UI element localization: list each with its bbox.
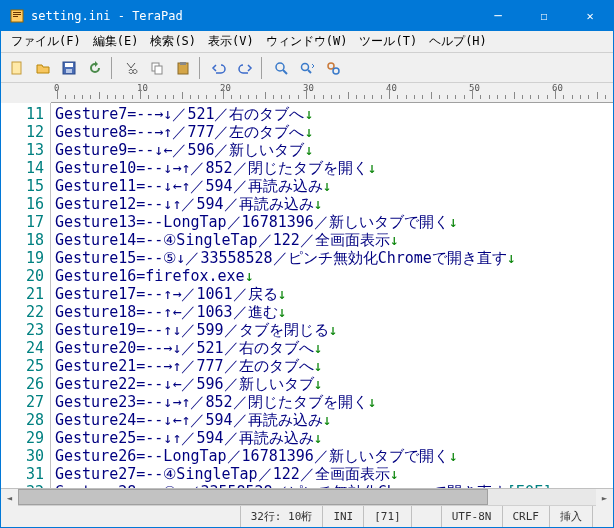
text-line[interactable]: Gesture22=--↓←／596／新しいタブ↓ xyxy=(55,375,609,393)
ruler-label: 30 xyxy=(303,83,314,93)
horizontal-scrollbar[interactable]: ◄ ► xyxy=(1,488,613,505)
menu-tool[interactable]: ツール(T) xyxy=(353,31,423,52)
menu-bar: ファイル(F) 編集(E) 検索(S) 表示(V) ウィンドウ(W) ツール(T… xyxy=(1,31,613,53)
eol-marker: ↓ xyxy=(305,105,314,123)
text-line[interactable]: Gesture11=--↓←↑／594／再読み込み↓ xyxy=(55,177,609,195)
menu-search[interactable]: 検索(S) xyxy=(144,31,202,52)
svg-point-14 xyxy=(302,63,309,70)
text-content[interactable]: Gesture7=--→↓／521／右のタブへ↓Gesture8=--→↑／77… xyxy=(51,103,613,488)
eol-marker: ↓ xyxy=(323,177,332,195)
line-number: 23 xyxy=(1,321,44,339)
eol-marker: ↓ xyxy=(507,249,516,267)
text-line[interactable]: Gesture7=--→↓／521／右のタブへ↓ xyxy=(55,105,609,123)
line-number: 14 xyxy=(1,159,44,177)
status-bar: 32行: 10桁 INI [71] UTF-8N CRLF 挿入 xyxy=(1,505,613,527)
svg-point-17 xyxy=(333,68,339,74)
status-grip[interactable] xyxy=(592,506,613,527)
app-window: setting.ini - TeraPad ─ ☐ ✕ ファイル(F) 編集(E… xyxy=(0,0,614,528)
toolbar-separator xyxy=(111,57,115,79)
text-line[interactable]: Gesture20=--→↓／521／右のタブへ↓ xyxy=(55,339,609,357)
text-line[interactable]: Gesture19=--↑↓／599／タブを閉じる↓ xyxy=(55,321,609,339)
text-line[interactable]: Gesture9=--↓←／596／新しいタブ↓ xyxy=(55,141,609,159)
text-line[interactable]: Gesture26=--LongTap／16781396／新しいタブで開く↓ xyxy=(55,447,609,465)
svg-rect-4 xyxy=(12,62,21,74)
open-file-button[interactable] xyxy=(31,56,55,80)
undo-button[interactable] xyxy=(207,56,231,80)
text-line[interactable]: Gesture24=--↓←↑／594／再読み込み↓ xyxy=(55,411,609,429)
svg-rect-6 xyxy=(65,63,73,67)
new-file-button[interactable] xyxy=(5,56,29,80)
minimize-button[interactable]: ─ xyxy=(475,1,521,31)
text-line[interactable]: Gesture15=--⑤↓／33558528／ピンチ無効化Chromeで開き直… xyxy=(55,249,609,267)
title-bar[interactable]: setting.ini - TeraPad ─ ☐ ✕ xyxy=(1,1,613,31)
text-line[interactable]: Gesture25=--↓↑／594／再読み込み↓ xyxy=(55,429,609,447)
find-next-button[interactable] xyxy=(295,56,319,80)
svg-rect-1 xyxy=(13,12,21,13)
editor-area: 1112131415161718192021222324252627282930… xyxy=(1,103,613,488)
redo-button[interactable] xyxy=(233,56,257,80)
copy-button[interactable] xyxy=(145,56,169,80)
text-line[interactable]: Gesture27=--④SingleTap／122／全画面表示↓ xyxy=(55,465,609,483)
svg-rect-7 xyxy=(66,69,72,73)
svg-rect-9 xyxy=(155,66,162,74)
eol-marker: ↓ xyxy=(245,267,254,285)
menu-file[interactable]: ファイル(F) xyxy=(5,31,87,52)
line-number: 30 xyxy=(1,447,44,465)
status-blank xyxy=(411,506,441,527)
paste-button[interactable] xyxy=(171,56,195,80)
ruler-label: 10 xyxy=(137,83,148,93)
eol-marker: ↓ xyxy=(449,213,458,231)
menu-help[interactable]: ヘルプ(H) xyxy=(423,31,493,52)
scroll-left-arrow[interactable]: ◄ xyxy=(1,489,18,506)
window-title: setting.ini - TeraPad xyxy=(31,9,475,23)
line-number: 24 xyxy=(1,339,44,357)
text-line[interactable]: Gesture8=--→↑／777／左のタブへ↓ xyxy=(55,123,609,141)
toolbar-separator xyxy=(199,57,203,79)
line-number: 31 xyxy=(1,465,44,483)
menu-edit[interactable]: 編集(E) xyxy=(87,31,145,52)
eol-marker: ↓ xyxy=(278,303,287,321)
line-number: 17 xyxy=(1,213,44,231)
menu-window[interactable]: ウィンドウ(W) xyxy=(260,31,354,52)
save-button[interactable] xyxy=(57,56,81,80)
line-number: 22 xyxy=(1,303,44,321)
text-line[interactable]: Gesture16=firefox.exe↓ xyxy=(55,267,609,285)
svg-rect-2 xyxy=(13,14,21,15)
close-button[interactable]: ✕ xyxy=(567,1,613,31)
eol-marker: ↓ xyxy=(314,375,323,393)
eol-marker: ↓ xyxy=(305,123,314,141)
scroll-right-arrow[interactable]: ► xyxy=(596,489,613,506)
line-number: 12 xyxy=(1,123,44,141)
reload-button[interactable] xyxy=(83,56,107,80)
eol-marker: ↓ xyxy=(314,195,323,213)
status-position: 32行: 10桁 xyxy=(240,506,323,527)
replace-button[interactable] xyxy=(321,56,345,80)
find-button[interactable] xyxy=(269,56,293,80)
toolbar xyxy=(1,53,613,83)
text-line[interactable]: Gesture18=--↑←／1063／進む↓ xyxy=(55,303,609,321)
text-line[interactable]: Gesture23=--↓→↑／852／閉じたタブを開く↓ xyxy=(55,393,609,411)
text-line[interactable]: Gesture14=--④SingleTap／122／全画面表示↓ xyxy=(55,231,609,249)
text-line[interactable]: Gesture21=--→↑／777／左のタブへ↓ xyxy=(55,357,609,375)
cut-button[interactable] xyxy=(119,56,143,80)
ruler-label: 40 xyxy=(386,83,397,93)
text-line[interactable]: Gesture12=--↓↑／594／再読み込み↓ xyxy=(55,195,609,213)
line-number: 18 xyxy=(1,231,44,249)
line-number: 21 xyxy=(1,285,44,303)
eol-marker: ↓ xyxy=(368,393,377,411)
eol-marker: ↓ xyxy=(314,429,323,447)
text-line[interactable]: Gesture17=--↑→／1061／戻る↓ xyxy=(55,285,609,303)
maximize-button[interactable]: ☐ xyxy=(521,1,567,31)
ruler-label: 20 xyxy=(220,83,231,93)
text-line[interactable]: Gesture10=--↓→↑／852／閉じたタブを開く↓ xyxy=(55,159,609,177)
text-line[interactable]: Gesture13=--LongTap／16781396／新しいタブで開く↓ xyxy=(55,213,609,231)
status-encoding: UTF-8N xyxy=(441,506,502,527)
line-number: 20 xyxy=(1,267,44,285)
menu-view[interactable]: 表示(V) xyxy=(202,31,260,52)
line-number: 16 xyxy=(1,195,44,213)
eol-marker: ↓ xyxy=(323,411,332,429)
scroll-thumb[interactable] xyxy=(18,489,488,505)
svg-line-13 xyxy=(283,70,287,74)
ruler-label: 60 xyxy=(552,83,563,93)
ruler-label: 50 xyxy=(469,83,480,93)
